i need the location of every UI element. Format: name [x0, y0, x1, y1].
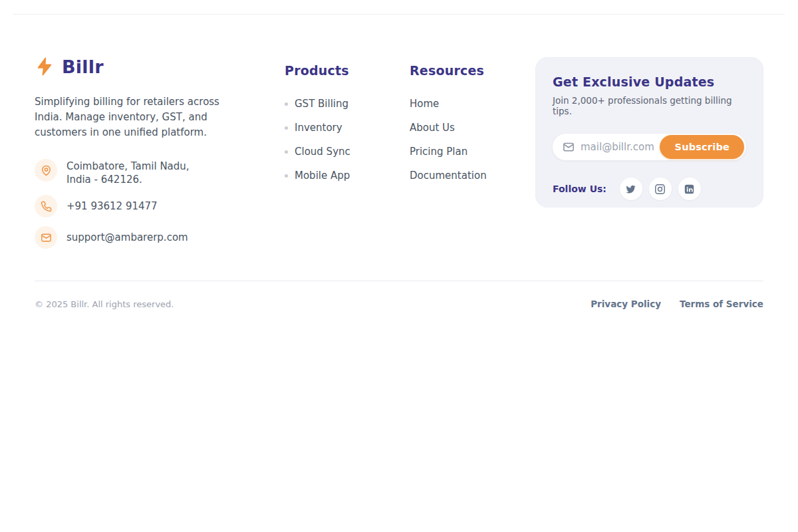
top-divider: [13, 14, 785, 15]
list-item: Cloud Sync: [285, 146, 350, 158]
envelope-icon: [563, 141, 575, 153]
linkedin-icon: [684, 184, 695, 195]
bullet-dot: [285, 150, 288, 154]
link-privacy-policy[interactable]: Privacy Policy: [591, 299, 661, 309]
subscribe-button[interactable]: Subscribe: [660, 135, 744, 159]
follow-label: Follow Us:: [553, 184, 606, 194]
brand-logo: Billr: [35, 56, 277, 77]
phone-icon: [35, 195, 57, 217]
social-twitter[interactable]: [620, 178, 642, 200]
list-item: Mobile App: [285, 170, 350, 182]
brand-tagline: Simplifying billing for retailers across…: [35, 94, 242, 140]
link-cloud-sync[interactable]: Cloud Sync: [295, 146, 350, 158]
newsletter-card: Get Exclusive Updates Join 2,000+ profes…: [535, 57, 763, 207]
bullet-dot: [285, 102, 288, 106]
email-input[interactable]: [581, 141, 660, 153]
newsletter-subtitle: Join 2,000+ professionals getting billin…: [553, 95, 746, 116]
bottom-bar: © 2025 Billr. All rights reserved. Priva…: [35, 299, 763, 309]
lightning-icon: [35, 57, 55, 76]
list-item: About Us: [410, 122, 487, 134]
contact-list: Coimbatore, Tamil Nadu, India - 642126. …: [35, 159, 277, 249]
subscribe-form: Subscribe: [553, 134, 746, 160]
brand-column: Billr Simplifying billing for retailers …: [35, 56, 277, 257]
contact-email: support@ambarerp.com: [35, 226, 277, 249]
resources-column: Resources Home About Us Pricing Plan Doc…: [410, 63, 487, 194]
legal-links: Privacy Policy Terms of Service: [591, 299, 763, 309]
copyright-text: © 2025 Billr. All rights reserved.: [35, 299, 174, 309]
bottom-divider: [35, 281, 763, 281]
bullet-dot: [285, 126, 288, 130]
resources-links: Home About Us Pricing Plan Documentation: [410, 98, 487, 182]
products-column: Products GST Billing Inventory Cloud Syn…: [285, 63, 350, 194]
link-mobile-app[interactable]: Mobile App: [295, 170, 350, 182]
map-pin-icon: [35, 159, 57, 182]
list-item: Pricing Plan: [410, 146, 487, 158]
link-terms-of-service[interactable]: Terms of Service: [680, 299, 763, 309]
link-about-us[interactable]: About Us: [410, 122, 455, 134]
newsletter-title: Get Exclusive Updates: [553, 74, 746, 89]
link-inventory[interactable]: Inventory: [295, 122, 342, 134]
envelope-icon: [35, 226, 57, 249]
list-item: Documentation: [410, 170, 487, 182]
list-item: GST Billing: [285, 98, 350, 110]
link-gst-billing[interactable]: GST Billing: [295, 98, 348, 110]
products-links: GST Billing Inventory Cloud Sync Mobile …: [285, 98, 350, 182]
link-pricing-plan[interactable]: Pricing Plan: [410, 146, 467, 158]
resources-heading: Resources: [410, 63, 487, 78]
phone-text: +91 93612 91477: [66, 200, 158, 213]
instagram-icon: [654, 184, 666, 195]
social-instagram[interactable]: [649, 178, 672, 200]
link-home[interactable]: Home: [410, 98, 439, 110]
link-documentation[interactable]: Documentation: [410, 170, 487, 182]
twitter-icon: [625, 184, 636, 195]
contact-address: Coimbatore, Tamil Nadu, India - 642126.: [35, 159, 277, 186]
products-heading: Products: [285, 63, 350, 78]
brand-name: Billr: [62, 57, 104, 77]
list-item: Inventory: [285, 122, 350, 134]
address-text: Coimbatore, Tamil Nadu, India - 642126.: [66, 159, 190, 186]
social-linkedin[interactable]: [678, 178, 701, 200]
contact-phone: +91 93612 91477: [35, 195, 277, 217]
list-item: Home: [410, 98, 487, 110]
follow-row: Follow Us:: [553, 178, 746, 200]
bullet-dot: [285, 174, 288, 178]
email-text: support@ambarerp.com: [66, 231, 188, 244]
